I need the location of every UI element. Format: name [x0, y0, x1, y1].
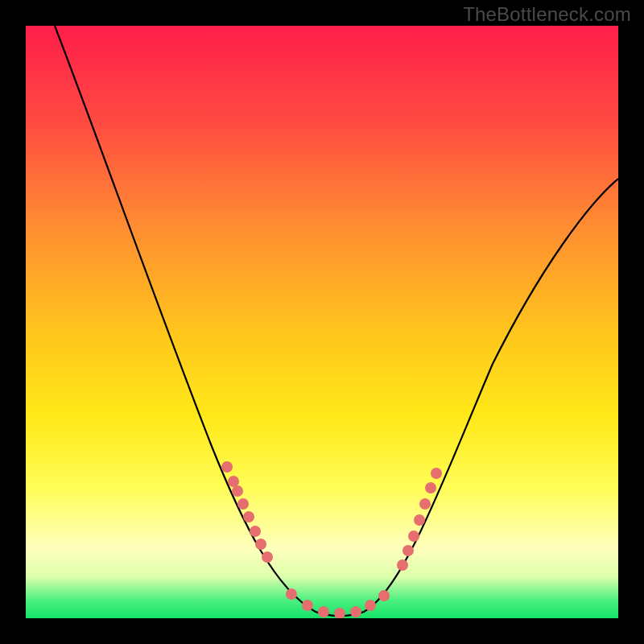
- svg-point-3: [237, 498, 249, 510]
- marker-cluster-bottom: [286, 588, 390, 618]
- svg-point-18: [414, 514, 425, 526]
- svg-point-10: [318, 606, 329, 617]
- svg-point-4: [243, 511, 254, 522]
- svg-point-7: [262, 551, 273, 563]
- svg-point-8: [286, 588, 297, 600]
- bottleneck-curve: [55, 26, 618, 616]
- svg-point-15: [397, 559, 408, 571]
- svg-point-14: [378, 590, 390, 601]
- svg-point-2: [232, 485, 243, 497]
- chart-svg: [26, 26, 618, 618]
- svg-point-9: [302, 600, 313, 611]
- svg-point-5: [250, 526, 261, 537]
- marker-cluster-left: [221, 461, 273, 563]
- svg-point-11: [334, 608, 345, 618]
- svg-point-12: [350, 606, 361, 617]
- svg-point-17: [408, 530, 419, 542]
- chart-frame: TheBottleneck.com: [0, 0, 644, 644]
- svg-point-1: [228, 476, 239, 487]
- svg-point-20: [425, 482, 436, 493]
- plot-area: [26, 26, 618, 618]
- svg-point-13: [365, 600, 376, 611]
- svg-point-21: [431, 468, 442, 479]
- svg-point-6: [255, 539, 266, 550]
- svg-point-0: [221, 461, 233, 473]
- svg-point-19: [419, 498, 431, 510]
- svg-point-16: [402, 545, 414, 556]
- attribution-text: TheBottleneck.com: [463, 3, 631, 26]
- marker-cluster-right: [397, 468, 442, 571]
